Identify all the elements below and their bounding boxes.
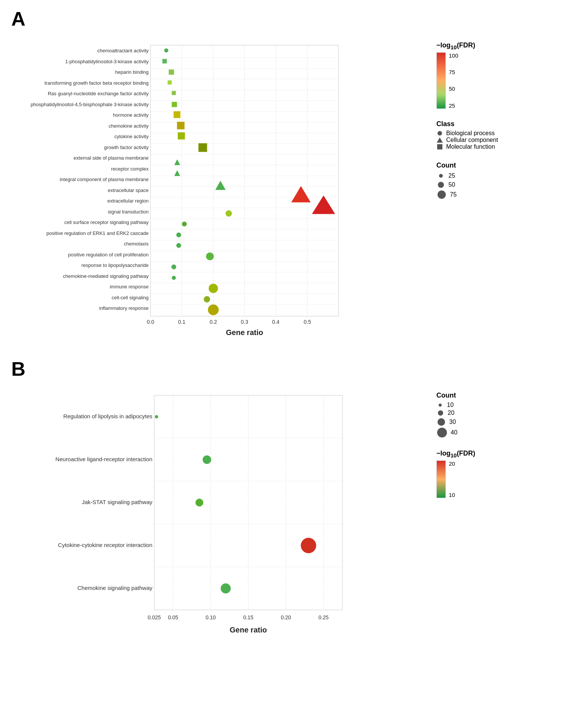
svg-text:inflammatory response: inflammatory response [99,305,149,311]
count-75: 75 [436,189,498,200]
count-b-20-label: 20 [448,410,454,416]
class-legend-title: Class [436,120,498,128]
count-75-label: 75 [450,191,457,198]
svg-text:receptor complex: receptor complex [111,166,149,172]
panel-a-label: A [11,8,577,30]
svg-rect-67 [437,144,442,149]
chart-a-xlabel: Gene ratio [226,328,263,337]
count-25: 25 [436,171,498,180]
fdr-val-50: 50 [449,85,458,92]
svg-text:cell surface receptor signalin: cell surface receptor signaling pathway [64,219,149,225]
class-cc-label: Cellular component [446,137,498,143]
dot-cytokine-receptor [301,538,316,553]
svg-text:1-phosphatidylinositol-3-kinas: 1-phosphatidylinositol-3-kinase activity [65,59,149,64]
dot-cell-signaling [204,296,210,302]
class-mf: Molecular function [436,143,498,150]
svg-text:positive regulation of ERK1 an: positive regulation of ERK1 and ERK2 cas… [46,230,149,236]
svg-text:chemokine-mediated signaling p: chemokine-mediated signaling pathway [63,273,149,279]
svg-text:hormone activity: hormone activity [113,112,149,118]
dot-cell-prolif [206,253,214,260]
svg-point-69 [438,182,444,188]
svg-point-68 [439,174,443,178]
dot-pi3k [163,59,167,63]
count-b-30: 30 [436,417,475,427]
svg-text:chemokine activity: chemokine activity [109,123,149,129]
count-legend-title-b: Count [436,392,475,399]
svg-text:immune response: immune response [110,284,149,290]
svg-text:external side of plasma membra: external side of plasma membrane [74,155,149,161]
svg-point-97 [438,410,443,416]
svg-text:heparin binding: heparin binding [115,69,149,75]
class-legend: Class Biological process Cellular compon… [436,120,498,150]
count-b-40: 40 [436,427,475,438]
chart-b-xlabel: Gene ratio [230,626,267,634]
fdr-gradient-bar-a [436,52,446,109]
fdr-legend-title-a: −log10(FDR) [436,41,498,50]
fdr-b-val-10: 10 [449,492,455,498]
count-b-40-label: 40 [451,429,457,436]
chart-a-svg: chemoattractant activity 1-phosphatidyli… [11,34,425,343]
svg-point-98 [438,418,445,426]
svg-text:0.15: 0.15 [243,614,253,620]
dot-chemotaxis [176,243,181,248]
svg-point-70 [438,190,446,199]
count-b-30-label: 30 [449,419,456,425]
svg-text:Ras guanyl-nucleotide exchange: Ras guanyl-nucleotide exchange factor ac… [48,91,149,96]
svg-text:0.20: 0.20 [281,614,291,620]
count-legend-title-a: Count [436,162,498,169]
svg-text:0.25: 0.25 [318,614,328,620]
svg-text:extracellular space: extracellular space [108,187,149,193]
svg-text:Neuroactive ligand-receptor in: Neuroactive ligand-receptor interaction [55,456,152,462]
panel-b: B [11,358,577,640]
fdr-legend-a: −log10(FDR) 100 75 50 25 [436,41,498,109]
dot-chemoattractant [164,49,168,52]
svg-point-99 [437,428,447,437]
svg-text:signal transduction: signal transduction [108,209,149,215]
class-bp: Biological process [436,130,498,137]
fdr-val-100: 100 [449,52,458,59]
dot-heparin [169,70,174,75]
page: A [0,0,588,663]
svg-text:Chemokine signaling pathway: Chemokine signaling pathway [77,585,153,591]
count-b-10: 10 [436,401,475,409]
fdr-legend-b: −log10(FDR) 20 10 [436,450,475,498]
svg-text:transforming growth factor bet: transforming growth factor beta receptor… [44,80,149,86]
dot-erk-cascade [176,233,181,237]
svg-text:Cytokine-cytokine receptor int: Cytokine-cytokine receptor interaction [58,542,152,548]
svg-text:0.025: 0.025 [147,614,161,620]
count-legend-a: Count 25 50 75 [436,162,498,200]
dot-chemokine-med [172,276,176,280]
svg-text:growth factor activity: growth factor activity [104,145,149,150]
legend-b: Count 10 20 30 40 [436,384,475,502]
dot-inflammatory [208,305,219,315]
svg-marker-66 [437,137,443,143]
dot-neuroactive [203,456,211,464]
fdr-gradient-bar-b [436,460,446,498]
count-25-label: 25 [448,172,455,179]
panel-a: A [11,8,577,343]
svg-text:chemotaxis: chemotaxis [124,241,149,247]
count-50: 50 [436,180,498,189]
dot-chemokine-act [177,122,184,129]
svg-point-65 [438,131,442,136]
svg-text:0.3: 0.3 [241,319,248,325]
svg-text:0.0: 0.0 [147,319,154,325]
panel-b-chart-container: Regulation of lipolysis in adipocytes Ne… [11,384,577,640]
chart-b-svg: Regulation of lipolysis in adipocytes Ne… [11,384,425,640]
svg-text:Jak-STAT signaling pathway: Jak-STAT signaling pathway [82,499,152,505]
class-bp-label: Biological process [446,130,495,137]
svg-text:0.1: 0.1 [178,319,185,325]
class-cc: Cellular component [436,137,498,143]
dot-tgfbeta [168,81,172,84]
svg-point-96 [439,404,442,407]
dot-cytokine-act [178,133,185,139]
dot-ras [172,91,176,95]
svg-text:phosphatidylinositol-4,5-bisph: phosphatidylinositol-4,5-bisphosphate 3-… [30,102,149,107]
dot-chemokine-sig [221,584,231,593]
count-b-20: 20 [436,409,475,417]
fdr-val-75: 75 [449,69,458,75]
dot-jakstat [196,499,203,506]
panel-b-label: B [11,358,577,380]
count-legend-b: Count 10 20 30 40 [436,392,475,438]
svg-text:0.4: 0.4 [272,319,280,325]
